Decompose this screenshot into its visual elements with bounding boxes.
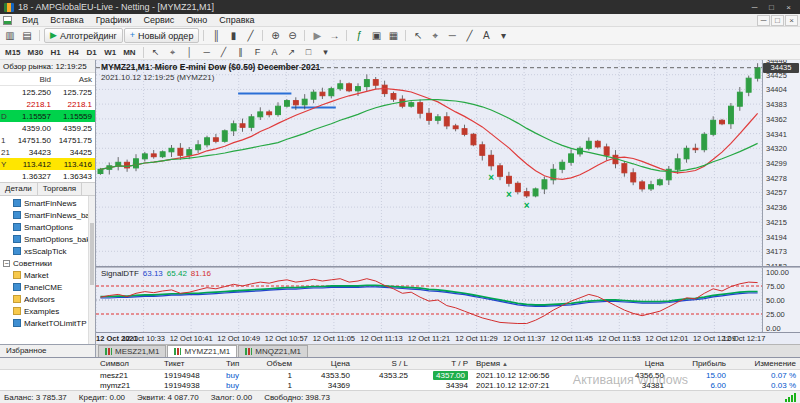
navigator-item[interactable]: Advisors (0, 293, 95, 305)
arrow-object-icon[interactable]: ↗ (284, 46, 300, 59)
navigator-scrollbar[interactable] (88, 196, 95, 344)
navigator-item[interactable]: xsScalpTick (0, 245, 95, 257)
maximize-button[interactable]: □ (764, 3, 779, 12)
cursor-icon[interactable]: ↖ (410, 28, 426, 43)
text-tool-icon[interactable]: A (478, 28, 494, 43)
market-watch-row[interactable]: 213442334425 (0, 146, 95, 158)
position-row[interactable]: mesz2119194948buy14353.504353.254357.002… (0, 370, 800, 380)
market-watch-tab-1[interactable]: Торговля (38, 183, 82, 195)
bar-chart-icon[interactable]: ║ (208, 28, 224, 43)
tf-h4[interactable]: H4 (65, 46, 82, 59)
zoom-in-icon[interactable]: ⊕ (267, 28, 283, 43)
crosshair-tool-icon[interactable]: ⌖ (165, 46, 181, 59)
market-watch-row[interactable]: 4359.004359.25 (0, 122, 95, 134)
time-axis: 12 Oct 202112 Oct 10:3312 Oct 10:4112 Oc… (96, 332, 800, 344)
trade-column-header[interactable]: Тикет (160, 359, 222, 368)
indicator-scale-label: 50.00 (766, 296, 785, 305)
chart-tab-mnqz21-m1[interactable]: MNQZ21,M1 (238, 345, 308, 357)
zoom-out-icon[interactable]: ⊖ (284, 28, 300, 43)
market-watch-row[interactable]: 2218.12218.1 (0, 98, 95, 110)
menu-item-0[interactable]: Вид (16, 15, 44, 25)
ask-column-header[interactable]: Ask (54, 75, 95, 84)
trade-column-header[interactable]: Изменение (730, 359, 800, 368)
indicators-icon-glyph: ƒ (357, 31, 363, 41)
tile-windows-icon[interactable]: ▦ (385, 28, 401, 43)
trade-column-header[interactable]: Объем (254, 359, 296, 368)
vertical-line-icon[interactable]: │ (182, 46, 198, 59)
collapse-icon[interactable]: − (3, 260, 10, 267)
menu-item-1[interactable]: Вставка (44, 15, 89, 25)
menu-item-2[interactable]: Графики (90, 15, 138, 25)
trade-column-header[interactable]: T / P (412, 359, 472, 368)
tf-h1[interactable]: H1 (47, 46, 64, 59)
objects-more-icon[interactable]: ▾ (318, 46, 334, 59)
fibonacci-icon[interactable]: F (250, 46, 266, 59)
candle-chart-icon[interactable]: ▮ (225, 28, 241, 43)
menu-item-3[interactable]: Сервис (138, 15, 181, 25)
text-label-icon[interactable]: A (267, 46, 283, 59)
tab-favorites[interactable]: Избранное (0, 344, 95, 357)
cursor-tool-icon[interactable]: ↖ (148, 46, 164, 59)
close-button[interactable]: × (781, 3, 796, 12)
navigator-item[interactable]: Examples (0, 305, 95, 317)
trendline-tool-icon[interactable]: ╱ (216, 46, 232, 59)
chart-tab-mymz21-m1[interactable]: MYMZ21,M1 (167, 345, 237, 357)
navigator-item[interactable]: PanelCME (0, 281, 95, 293)
scrollbar-thumb[interactable] (90, 223, 94, 285)
market-watch-row[interactable]: 114751.5014751.75 (0, 134, 95, 146)
objects-icon[interactable]: ▣ (368, 28, 384, 43)
more-tools-icon[interactable]: ▾ (495, 28, 511, 43)
navigator-item[interactable]: −Советники (0, 257, 95, 269)
navigator-item[interactable]: SmartFinNews (0, 197, 95, 209)
chart-tab-mesz21-m1[interactable]: MESZ21,M1 (98, 345, 166, 357)
market-watch-tab-0[interactable]: Детали (0, 183, 38, 195)
profiles-icon[interactable]: ▤ (19, 28, 35, 43)
navigator-item[interactable]: SmartFinNews_bak (0, 209, 95, 221)
algo-trading-button[interactable]: ▶Алготрейдинг (44, 28, 123, 43)
chart-restore-button[interactable]: □ (771, 15, 784, 26)
new-chart-icon[interactable]: ▥ (2, 28, 18, 43)
market-watch-row[interactable]: D1.155571.15559 (0, 110, 95, 122)
trade-column-header[interactable]: Символ (96, 359, 160, 368)
horizontal-line-icon[interactable]: ─ (444, 28, 460, 43)
chart-window-icon (3, 16, 12, 25)
navigator-item[interactable]: MarketTOLimitTP (2) (0, 317, 95, 329)
indicator-scale: 100.0075.0050.0025.000.00 (762, 268, 800, 332)
menu-item-4[interactable]: Окно (180, 15, 213, 25)
navigator-item[interactable]: SmartOptions_bak (0, 233, 95, 245)
shapes-icon[interactable]: □ (301, 46, 317, 59)
crosshair-icon[interactable]: ⌖ (427, 28, 443, 43)
trendline-icon[interactable]: ╱ (461, 28, 477, 43)
position-row[interactable]: mymz2119194938buy134369343942021.10.12 1… (0, 380, 800, 390)
trade-column-header[interactable]: Цена (296, 359, 354, 368)
bid-column-header[interactable]: Bid (13, 75, 54, 84)
price-chart[interactable]: ××× (96, 60, 762, 266)
market-watch-row[interactable]: 1.363271.36343 (0, 170, 95, 182)
channel-icon[interactable]: ∥ (233, 46, 249, 59)
line-chart-icon[interactable]: ╱ (242, 28, 258, 43)
tf-m15[interactable]: M15 (2, 46, 24, 59)
horizontal-line-tool-icon[interactable]: ─ (199, 46, 215, 59)
new-order-button[interactable]: +Новый ордер (124, 28, 200, 43)
navigator-item[interactable]: SmartOptions (0, 221, 95, 233)
trade-column-header[interactable]: S / L (354, 359, 412, 368)
chart-close-button[interactable]: × (785, 15, 798, 26)
indicators-icon[interactable]: ƒ (351, 28, 367, 43)
auto-scroll-icon[interactable]: ▶ (309, 28, 325, 43)
tf-mn[interactable]: MN (120, 46, 138, 59)
chart-minimize-button[interactable]: ─ (757, 15, 770, 26)
market-watch-row[interactable]: Y113.412113.416 (0, 158, 95, 170)
minimize-button[interactable]: ─ (747, 3, 762, 12)
trade-column-header[interactable]: Цена (602, 359, 668, 368)
time-axis-label: 12 Oct 11:13 (360, 334, 402, 343)
chart-shift-icon[interactable]: → (326, 28, 342, 43)
tf-w1[interactable]: W1 (101, 46, 119, 59)
market-watch-row[interactable]: 125.250125.725 (0, 86, 95, 98)
tf-d1[interactable]: D1 (83, 46, 100, 59)
navigator-item[interactable]: Market (0, 269, 95, 281)
trade-column-header[interactable]: Время▲ (472, 359, 602, 368)
menu-item-5[interactable]: Справка (213, 15, 260, 25)
trade-column-header[interactable]: Тип (222, 359, 254, 368)
tf-m30[interactable]: M30 (25, 46, 47, 59)
trade-column-header[interactable]: Прибыль (668, 359, 730, 368)
